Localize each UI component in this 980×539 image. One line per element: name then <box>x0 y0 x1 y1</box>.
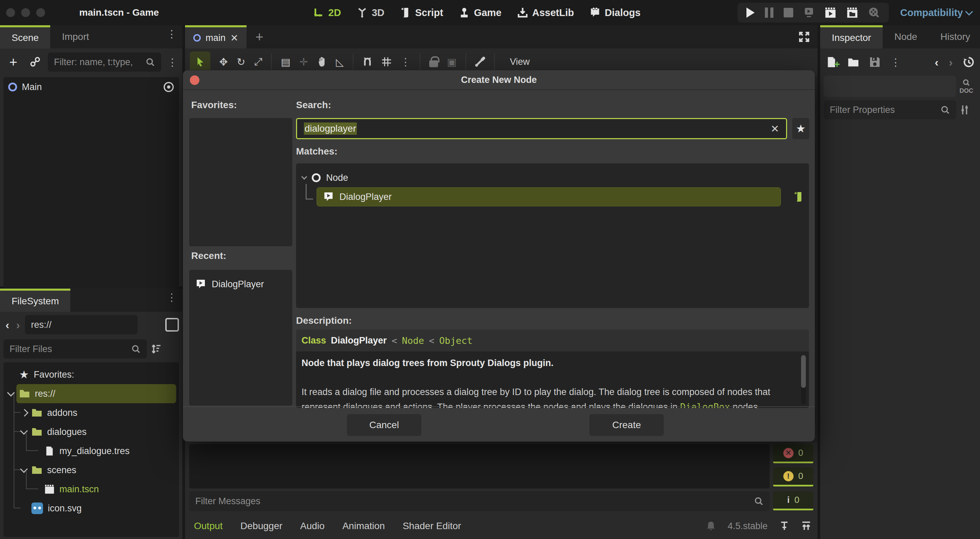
pan-tool-button[interactable] <box>317 57 327 67</box>
workspace-game-button[interactable]: Game <box>459 7 502 18</box>
lock-object-button[interactable] <box>429 60 438 67</box>
file-filter-input[interactable]: Filter Files <box>3 339 147 358</box>
tab-history[interactable]: History <box>929 25 980 48</box>
dialog-titlebar[interactable]: Create New Node <box>183 70 815 90</box>
filesystem-menu-icon[interactable]: ⋮ <box>167 289 182 312</box>
resource-options-menu-icon[interactable]: ⋮ <box>891 60 901 65</box>
scene-tab-main[interactable]: main ✕ <box>185 25 247 48</box>
recent-row-dialogplayer[interactable]: DialogPlayer <box>189 274 292 294</box>
renderer-selector[interactable]: Compatibility <box>900 0 972 25</box>
new-resource-button[interactable]: + <box>826 56 837 68</box>
class-description[interactable]: Node that plays dialog trees from Sprout… <box>296 351 809 408</box>
message-count-badge[interactable]: i 0 <box>773 491 813 510</box>
clear-search-icon[interactable]: ✕ <box>771 123 779 135</box>
tab-filesystem[interactable]: FileSystem <box>0 289 70 312</box>
snap-options-menu-icon[interactable]: ⋮ <box>401 59 411 65</box>
select-mode-icon[interactable]: ✛ <box>299 56 308 68</box>
workspace-3d-button[interactable]: 3D <box>357 7 385 18</box>
dialog-close-button[interactable] <box>190 75 199 85</box>
smart-snap-button[interactable] <box>362 57 372 67</box>
fullscreen-icon[interactable] <box>798 31 810 43</box>
scene-tree-menu-icon[interactable]: ⋮ <box>165 60 178 65</box>
split-view-button[interactable] <box>165 318 179 331</box>
tab-import[interactable]: Import <box>50 25 100 48</box>
play-scene-button[interactable] <box>825 7 836 18</box>
pin-panel-icon[interactable] <box>779 521 789 531</box>
select-tool-button[interactable] <box>190 52 210 72</box>
history-forward-button[interactable]: › <box>949 55 953 69</box>
description-scrollbar[interactable] <box>801 355 806 404</box>
dialogbox-class-link[interactable]: DialogBox <box>680 401 730 408</box>
ruler-tool-button[interactable]: ◺ <box>336 56 344 68</box>
rotate-tool-button[interactable]: ↻ <box>237 56 245 68</box>
file-tree-row-icon-svg[interactable]: icon.svg <box>3 499 179 518</box>
workspace-script-button[interactable]: Script <box>400 7 443 18</box>
scrollbar-thumb[interactable] <box>801 355 806 388</box>
create-button[interactable]: Create <box>589 414 664 436</box>
object-history-button[interactable] <box>963 56 975 68</box>
file-tree-favorites-header[interactable]: ★ Favorites: <box>3 365 179 384</box>
skeleton-options-button[interactable] <box>475 57 485 67</box>
grid-snap-button[interactable] <box>382 57 392 67</box>
property-tools-icon[interactable] <box>959 105 970 115</box>
match-row-dialogplayer[interactable]: DialogPlayer <box>317 187 781 206</box>
notification-bell-icon[interactable] <box>706 521 716 531</box>
scale-tool-button[interactable]: ⤢ <box>254 56 262 68</box>
dialog-favorites-list[interactable] <box>189 118 292 246</box>
error-count-badge[interactable]: ✕ 0 <box>773 444 813 463</box>
stop-button[interactable] <box>784 8 793 17</box>
file-tree-row-my-dialogue[interactable]: my_dialogue.tres <box>3 441 179 461</box>
scene-dock-menu-icon[interactable]: ⋮ <box>167 25 182 48</box>
close-icon[interactable]: ✕ <box>231 32 238 44</box>
cancel-button[interactable]: Cancel <box>347 414 422 436</box>
tab-node[interactable]: Node <box>883 25 929 48</box>
file-tree-row-addons[interactable]: addons <box>3 403 179 422</box>
move-tool-button[interactable]: ✥ <box>219 56 228 68</box>
property-filter-input[interactable]: Filter Properties <box>824 100 956 119</box>
load-resource-button[interactable] <box>848 56 859 68</box>
node-search-input[interactable]: dialogplayer ✕ <box>296 118 787 139</box>
output-log[interactable] <box>189 444 770 488</box>
visibility-eye-icon[interactable] <box>163 81 174 92</box>
path-field[interactable] <box>25 315 138 334</box>
file-tree-row-main-tscn[interactable]: main.tscn <box>3 480 179 499</box>
sort-files-icon[interactable] <box>150 344 161 354</box>
collapse-icon[interactable] <box>302 174 307 180</box>
tab-shader-editor[interactable]: Shader Editor <box>402 521 461 531</box>
nav-forward-button[interactable]: › <box>14 318 22 331</box>
tab-output[interactable]: Output <box>194 521 223 531</box>
add-node-button[interactable]: + <box>4 55 22 70</box>
scene-tree-row-main[interactable]: Main <box>3 77 179 97</box>
tab-audio[interactable]: Audio <box>300 521 325 531</box>
tab-scene[interactable]: Scene <box>0 25 50 48</box>
group-object-button[interactable]: ▣ <box>447 56 457 68</box>
warning-count-badge[interactable]: ! 0 <box>773 468 813 487</box>
save-resource-button[interactable] <box>869 57 880 68</box>
workspace-assetlib-button[interactable]: AssetLib <box>517 7 574 18</box>
tab-debugger[interactable]: Debugger <box>240 521 282 531</box>
scene-filter-input[interactable]: Filter: name, t:type, <box>48 52 161 71</box>
file-tree-row-res[interactable]: res:// <box>16 384 176 403</box>
list-select-tool-button[interactable]: ▤ <box>281 56 290 68</box>
movie-maker-button[interactable] <box>868 7 880 18</box>
parent-class-link[interactable]: Node <box>402 335 424 346</box>
expand-panel-icon[interactable] <box>801 521 811 531</box>
workspace-2d-button[interactable]: 2D <box>313 7 341 18</box>
new-scene-tab-button[interactable]: + <box>247 25 272 48</box>
play-button[interactable] <box>746 8 755 18</box>
toggle-favorite-button[interactable]: ★ <box>792 118 809 139</box>
window-zoom-button[interactable] <box>36 8 45 17</box>
history-back-button[interactable]: ‹ <box>935 55 938 69</box>
window-minimize-button[interactable] <box>21 8 30 17</box>
nav-back-button[interactable]: ‹ <box>3 318 11 331</box>
expand-icon[interactable] <box>21 409 29 417</box>
play-custom-scene-button[interactable] <box>846 7 858 18</box>
tab-animation[interactable]: Animation <box>342 521 385 531</box>
workspace-dialogs-button[interactable]: Dialogs <box>590 7 641 18</box>
match-row-node[interactable]: Node <box>296 168 809 187</box>
open-docs-button[interactable]: DOC <box>959 79 973 94</box>
window-close-button[interactable] <box>6 8 15 17</box>
view-menu-button[interactable]: View <box>504 55 536 69</box>
play-remote-debug-button[interactable] <box>803 7 815 18</box>
grandparent-class-link[interactable]: Object <box>439 335 473 346</box>
